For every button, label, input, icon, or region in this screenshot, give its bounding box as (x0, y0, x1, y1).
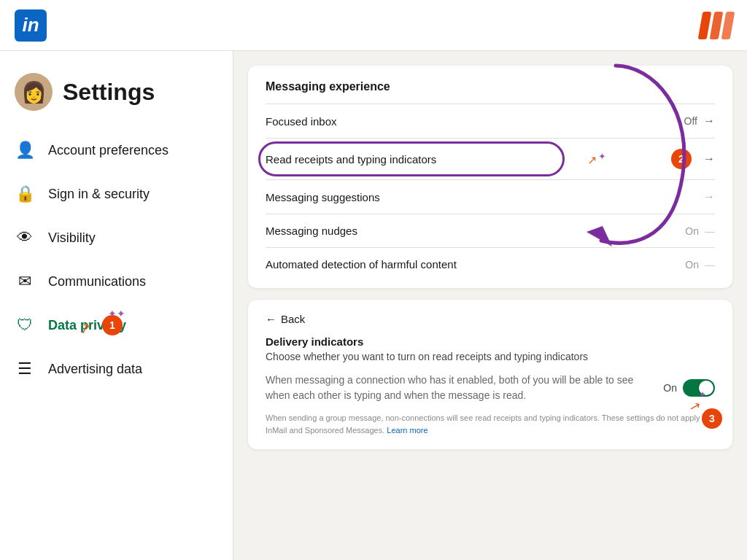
sidebar-label-visibility: Visibility (48, 230, 96, 246)
sparkle-annotation-2: ✦ (598, 151, 606, 162)
delivery-title: Delivery indicators (266, 335, 715, 348)
messaging-suggestions-label: Messaging suggestions (266, 191, 380, 203)
shield-icon: 🛡 (15, 315, 35, 335)
annotation-badge-3: 3 (702, 408, 722, 429)
toggle-label: On (663, 382, 677, 394)
stripe-3 (721, 12, 735, 39)
learn-more-link[interactable]: Learn more (387, 426, 427, 435)
read-receipts-arrow: → (703, 152, 715, 166)
cursor-annotation-2: ↗ (587, 153, 597, 167)
stripe-1 (698, 12, 712, 39)
messaging-suggestions-arrow: → (703, 190, 715, 203)
sidebar-item-account[interactable]: 👤 Account preferences (0, 128, 233, 172)
back-label: Back (281, 313, 305, 325)
messaging-section-title: Messaging experience (266, 80, 715, 93)
sidebar-item-visibility[interactable]: 👁 Visibility (0, 216, 233, 260)
envelope-icon: ✉ (15, 271, 35, 292)
toggle-row: When messaging a connection who has it e… (266, 373, 715, 403)
linkedin-logo: in (15, 9, 47, 42)
sidebar-item-communications[interactable]: ✉ Communications (0, 260, 233, 303)
sidebar-label-advertising: Advertising data (48, 362, 142, 377)
annotation-badge-1: 1 (102, 315, 123, 335)
brand-logo-right (700, 12, 732, 39)
back-arrow-icon: ← (266, 313, 276, 325)
row-read-receipts[interactable]: Read receipts and typing indicators ✦ ↗ … (266, 138, 715, 179)
delivery-subtitle: Choose whether you want to turn on read … (266, 351, 715, 362)
messaging-suggestions-right: → (703, 190, 715, 203)
messaging-nudges-status: On (685, 225, 699, 237)
row-messaging-nudges[interactable]: Messaging nudges On — (266, 214, 715, 247)
read-receipts-label: Read receipts and typing indicators (266, 153, 436, 166)
small-print: When sending a group message, non-connec… (266, 412, 715, 436)
delivery-indicators-card: ← Back Delivery indicators Choose whethe… (248, 300, 732, 449)
content-area: Messaging experience Focused inbox Off →… (233, 51, 747, 560)
topbar: in (0, 0, 747, 51)
sidebar-item-data-privacy[interactable]: 🛡 Data privacy ✦✦ ↗ 1 (0, 303, 233, 347)
sidebar-item-security[interactable]: 🔒 Sign in & security (0, 172, 233, 216)
back-button[interactable]: ← Back (266, 313, 715, 325)
harmful-content-status: On (685, 259, 699, 271)
harmful-content-dash: — (705, 259, 715, 271)
focused-inbox-label: Focused inbox (266, 115, 337, 128)
read-receipts-right: ✦ ↗ 2 → (667, 149, 715, 169)
row-focused-inbox[interactable]: Focused inbox Off → (266, 104, 715, 138)
sidebar: 👩 Settings 👤 Account preferences 🔒 Sign … (0, 51, 233, 560)
row-harmful-content[interactable]: Automated detection of harmful content O… (266, 247, 715, 281)
annotation-badge-2: 2 (671, 149, 692, 169)
account-icon: 👤 (15, 140, 35, 160)
sidebar-label-security: Sign in & security (48, 187, 150, 202)
avatar: 👩 (15, 73, 53, 111)
lock-icon: 🔒 (15, 184, 35, 204)
sidebar-label-account: Account preferences (48, 143, 169, 158)
sidebar-label-communications: Communications (48, 274, 146, 289)
focused-inbox-arrow: → (703, 114, 715, 128)
messaging-experience-card: Messaging experience Focused inbox Off →… (248, 66, 732, 288)
toggle-description: When messaging a connection who has it e… (266, 373, 651, 403)
focused-inbox-right: Off → (684, 114, 715, 128)
sidebar-item-advertising[interactable]: ☰ Advertising data (0, 347, 233, 391)
row-messaging-suggestions[interactable]: Messaging suggestions → (266, 179, 715, 214)
stripe-2 (710, 12, 724, 39)
settings-header: 👩 Settings (0, 66, 233, 128)
advertising-icon: ☰ (15, 359, 35, 379)
settings-title: Settings (63, 79, 155, 106)
main-layout: 👩 Settings 👤 Account preferences 🔒 Sign … (0, 51, 747, 560)
messaging-nudges-label: Messaging nudges (266, 225, 357, 237)
eye-icon: 👁 (15, 228, 35, 248)
messaging-nudges-dash: — (705, 225, 715, 237)
sparkle-annotation-3: ✦ (699, 389, 706, 400)
harmful-content-right: On — (685, 259, 715, 271)
harmful-content-label: Automated detection of harmful content (266, 258, 457, 271)
messaging-nudges-right: On — (685, 225, 715, 237)
toggle-right: On (663, 379, 715, 397)
focused-inbox-status: Off (684, 115, 697, 127)
